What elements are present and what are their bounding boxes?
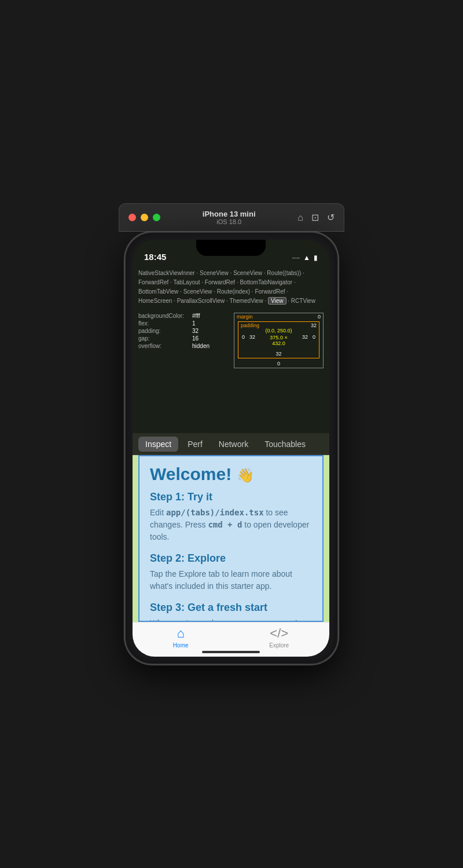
box-model: margin 0 padding 32 0 32 (0 (234, 313, 324, 368)
box-coords: (0.0, 250.0) (258, 328, 300, 334)
step3-title: Step 3: Get a fresh start (150, 602, 312, 614)
inspector-area: NativeStackViewInner · SceneView · Scene… (133, 265, 329, 433)
simulator-wrapper: iPhone 13 mini iOS 18.0 ⌂ ⊡ ↺ 18:45 ····… (119, 203, 344, 665)
box-content-inner: (0.0, 250.0) 375.0 × 432.0 (258, 328, 300, 346)
step2-title: Step 2: Explore (150, 552, 312, 565)
prop-val-flex: 1 (192, 320, 196, 327)
mac-titlebar: iPhone 13 mini iOS 18.0 ⌂ ⊡ ↺ (119, 203, 344, 232)
home-icon[interactable]: ⌂ (297, 213, 303, 223)
home-indicator (202, 651, 260, 653)
explore-tab-icon: </> (270, 626, 288, 641)
tab-touchables[interactable]: Touchables (258, 437, 313, 452)
prop-row: gap: 16 (138, 335, 234, 342)
tab-inspect-label: Inspect (145, 440, 171, 449)
signal-dots-icon: ···· (292, 254, 300, 262)
prop-key-padding: padding: (138, 328, 188, 334)
breadcrumb-text: NativeStackViewInner · SceneView · Scene… (138, 270, 315, 305)
titlebar-actions: ⌂ ⊡ ↺ (297, 212, 335, 223)
battery-icon: ▮ (314, 254, 318, 262)
rotate-icon[interactable]: ↺ (327, 212, 335, 223)
prop-key-bgcolor: backgroundColor: (138, 313, 188, 319)
explore-tab[interactable]: </> Explore (269, 626, 289, 649)
tab-touchables-label: Touchables (264, 440, 306, 449)
props-panel: backgroundColor: #fff flex: 1 padding: 3… (138, 313, 234, 368)
titlebar-center: iPhone 13 mini iOS 18.0 (203, 210, 256, 225)
devtools-tabs: Inspect Perf Network Touchables (133, 433, 329, 455)
wave-emoji: 👋 (237, 467, 254, 483)
maximize-button[interactable] (153, 214, 160, 221)
phone-frame: 18:45 ···· ▲ ▮ NativeStackViewInner · Sc… (124, 232, 339, 665)
padding-bottom-val: 32 (240, 351, 318, 357)
prop-key-flex: flex: (138, 320, 188, 327)
traffic-lights (128, 214, 160, 221)
step2-text: Tap the Explore tab to learn more about … (150, 568, 312, 592)
prop-row: overflow: hidden (138, 343, 234, 349)
padding-right-val: 32 (300, 334, 310, 340)
tab-network[interactable]: Network (212, 437, 255, 452)
margin-val: 0 (318, 314, 321, 320)
padding-label: padding (241, 323, 259, 328)
prop-row: flex: 1 (138, 320, 234, 327)
explore-tab-label: Explore (269, 642, 289, 649)
prop-row: backgroundColor: #fff (138, 313, 234, 319)
screenshot-icon[interactable]: ⊡ (311, 212, 319, 223)
content-card: Welcome! 👋 Step 1: Try it Edit app/(tabs… (138, 455, 324, 622)
welcome-title: Welcome! 👋 (150, 464, 312, 484)
prop-val-padding: 32 (192, 328, 199, 334)
step1-text: Edit app/(tabs)/index.tsx to see changes… (150, 507, 312, 543)
tab-network-label: Network (219, 440, 248, 449)
tab-perf-label: Perf (188, 440, 203, 449)
step1-code2: cmd + d (208, 520, 242, 529)
minimize-button[interactable] (141, 214, 148, 221)
step1-code1: app/(tabs)/index.tsx (166, 508, 264, 517)
box-dimensions: 375.0 × (258, 335, 300, 340)
notch (196, 240, 266, 256)
close-button[interactable] (128, 214, 136, 221)
status-time: 18:45 (144, 252, 166, 262)
box-content-row: 0 32 (0.0, 250.0) 375.0 × 432.0 32 (240, 328, 318, 346)
device-name: iPhone 13 mini (203, 210, 256, 218)
prop-val-bgcolor: #fff (192, 313, 200, 319)
prop-row: padding: 32 (138, 328, 234, 334)
home-tab[interactable]: ⌂ Home (173, 626, 189, 649)
prop-key-gap: gap: (138, 335, 188, 342)
prop-key-overflow: overflow: (138, 343, 188, 349)
home-tab-icon: ⌂ (177, 626, 185, 641)
padding-left-val: 32 (247, 334, 258, 340)
tab-inspect[interactable]: Inspect (138, 437, 178, 452)
screen-content: 18:45 ···· ▲ ▮ NativeStackViewInner · Sc… (133, 240, 329, 657)
inspector-panel: backgroundColor: #fff flex: 1 padding: 3… (133, 310, 329, 371)
margin-label: margin (237, 314, 253, 320)
breadcrumb-bar: NativeStackViewInner · SceneView · Scene… (133, 265, 329, 309)
app-content: Welcome! 👋 Step 1: Try it Edit app/(tabs… (133, 455, 329, 622)
status-icons: ···· ▲ ▮ (292, 254, 318, 262)
highlighted-component: View (268, 297, 286, 305)
margin-box: margin 0 padding 32 0 32 (0 (234, 313, 324, 368)
tab-perf[interactable]: Perf (181, 437, 210, 452)
step1-title: Step 1: Try it (150, 491, 312, 503)
box-height: 432.0 (258, 340, 300, 346)
margin-bottom-val: 0 (236, 361, 322, 367)
step3-text: When you're ready, run npm run reset-pro… (150, 617, 312, 622)
padding-val: 32 (311, 323, 317, 328)
prop-val-gap: 16 (192, 335, 199, 342)
wifi-icon: ▲ (303, 254, 310, 262)
phone-screen: 18:45 ···· ▲ ▮ NativeStackViewInner · Sc… (133, 240, 329, 657)
home-tab-label: Home (173, 642, 189, 649)
prop-val-overflow: hidden (192, 343, 210, 349)
right-val: 0 (310, 334, 318, 340)
device-os: iOS 18.0 (203, 218, 256, 225)
left-val: 0 (240, 334, 247, 340)
padding-box: padding 32 0 32 (0.0, 250.0) 375.0 × (238, 321, 319, 358)
